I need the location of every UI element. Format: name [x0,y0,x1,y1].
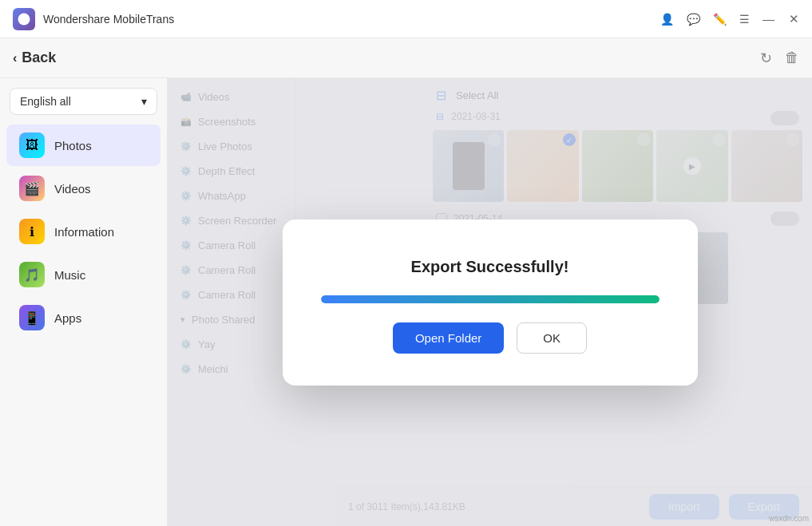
sidebar-item-information[interactable]: ℹ Information [6,211,160,252]
edit-icon[interactable]: ✏️ [713,13,727,26]
modal-title: Export Successfully! [411,258,569,276]
information-icon: ℹ [19,219,45,244]
back-label: Back [22,49,56,66]
sidebar-label-apps: Apps [54,311,81,325]
sidebar-label-music: Music [54,268,85,282]
sidebar-label-videos: Videos [54,182,91,196]
apps-icon: 📱 [19,305,45,330]
modal-overlay: Export Successfully! Open Folder OK [168,78,812,526]
sidebar-label-photos: Photos [54,139,92,152]
watermark: wsxdn.com [769,514,809,523]
open-folder-button[interactable]: Open Folder [393,322,504,354]
back-button[interactable]: ‹ Back [13,49,56,66]
backbar: ‹ Back ↻ 🗑 [0,38,812,78]
refresh-icon[interactable]: ↻ [760,49,772,67]
dropdown-label: English all [20,95,71,108]
window-controls: 👤 💬 ✏️ ☰ — ✕ [660,12,799,26]
menu-icon[interactable]: ☰ [739,13,750,26]
account-icon[interactable]: 👤 [660,13,674,26]
chevron-down-icon: ▾ [141,95,147,108]
sidebar-label-information: Information [54,225,114,239]
titlebar: Wondershare MobileTrans 👤 💬 ✏️ ☰ — ✕ [0,0,812,38]
app-title: Wondershare MobileTrans [43,13,660,26]
sidebar-item-music[interactable]: 🎵 Music [6,254,160,295]
modal-buttons: Open Folder OK [393,322,587,354]
close-icon[interactable]: ✕ [789,12,799,26]
content-area: 📹Videos 📸Screenshots ⚙️Live Photos ⚙️Dep… [168,78,812,526]
app-icon [13,8,35,30]
delete-icon[interactable]: 🗑 [785,49,799,67]
sidebar-item-apps[interactable]: 📱 Apps [6,297,160,338]
backbar-actions: ↻ 🗑 [760,49,799,67]
sidebar: English all ▾ 🖼 Photos 🎬 Videos ℹ Inform… [0,78,168,526]
sidebar-item-photos[interactable]: 🖼 Photos [6,125,160,166]
main-layout: English all ▾ 🖼 Photos 🎬 Videos ℹ Inform… [0,78,812,526]
minimize-icon[interactable]: — [762,12,776,26]
music-icon: 🎵 [19,262,45,287]
modal-progress-bar [321,295,660,303]
back-chevron-icon: ‹ [13,51,17,65]
chat-icon[interactable]: 💬 [687,13,700,26]
modal-progress-fill [321,295,660,303]
export-success-modal: Export Successfully! Open Folder OK [283,219,698,386]
ok-button[interactable]: OK [517,322,587,354]
sidebar-item-videos[interactable]: 🎬 Videos [6,168,160,209]
photos-icon: 🖼 [19,132,45,158]
videos-icon: 🎬 [19,176,45,201]
language-dropdown[interactable]: English all ▾ [10,88,157,115]
svg-point-0 [18,13,30,25]
